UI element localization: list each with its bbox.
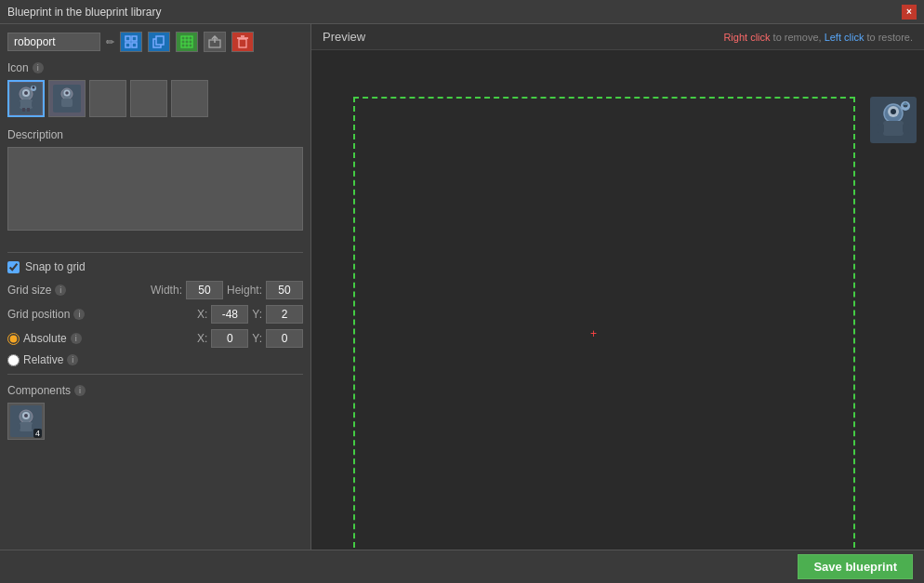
components-label: Components i bbox=[7, 384, 303, 397]
svg-rect-6 bbox=[181, 36, 192, 47]
abs-x-label: X: bbox=[197, 332, 207, 345]
components-section: Components i 4 bbox=[7, 384, 303, 440]
right-click-text: Right click bbox=[723, 32, 770, 43]
snap-to-grid-checkbox[interactable] bbox=[7, 261, 20, 273]
grid-position-label: Grid position i bbox=[7, 308, 85, 321]
icon-slot-5[interactable] bbox=[171, 80, 208, 117]
grid-position-info[interactable]: i bbox=[73, 309, 85, 320]
svg-rect-12 bbox=[239, 39, 246, 47]
blueprint-name-input[interactable] bbox=[7, 33, 100, 51]
select-all-button[interactable] bbox=[120, 32, 142, 52]
description-textarea[interactable] bbox=[7, 147, 303, 231]
svg-point-41 bbox=[891, 109, 896, 114]
svg-rect-42 bbox=[883, 121, 904, 136]
absolute-info[interactable]: i bbox=[71, 333, 82, 344]
pos-x-label: X: bbox=[197, 308, 207, 321]
svg-rect-22 bbox=[22, 108, 25, 112]
icon-slot-4[interactable] bbox=[130, 80, 167, 117]
svg-rect-36 bbox=[17, 424, 20, 430]
left-click-text: Left click bbox=[825, 32, 865, 43]
component-item[interactable]: 4 bbox=[7, 403, 45, 440]
relative-row: Relative i bbox=[7, 353, 303, 366]
close-button[interactable]: × bbox=[902, 5, 917, 20]
preview-entity bbox=[870, 97, 917, 143]
blueprint-bounds bbox=[353, 97, 855, 550]
main-container: ✏ bbox=[0, 24, 924, 550]
grid-size-row: Grid size i Width: Height: bbox=[7, 281, 303, 299]
absolute-radio[interactable] bbox=[7, 333, 20, 345]
preview-roboport-icon bbox=[870, 97, 917, 143]
divider-2 bbox=[7, 374, 303, 375]
relative-radio[interactable] bbox=[7, 354, 20, 366]
preview-canvas[interactable]: + bbox=[311, 50, 924, 550]
svg-point-47 bbox=[904, 103, 905, 105]
svg-rect-21 bbox=[32, 101, 35, 107]
roboport-icon-2 bbox=[53, 85, 81, 113]
grid-button[interactable] bbox=[176, 32, 198, 52]
window-title: Blueprint in the blueprint library bbox=[7, 6, 161, 19]
icon-info[interactable]: i bbox=[33, 62, 44, 73]
red-cursor: + bbox=[590, 327, 598, 335]
svg-rect-43 bbox=[878, 124, 884, 133]
grid-height-input[interactable] bbox=[266, 281, 303, 299]
svg-rect-30 bbox=[61, 99, 73, 107]
icon-slots-row bbox=[7, 80, 303, 117]
right-panel: Preview Right click to remove, Left clic… bbox=[311, 24, 924, 550]
grid-y-input[interactable] bbox=[266, 305, 303, 324]
svg-rect-3 bbox=[132, 43, 137, 47]
export-button[interactable] bbox=[204, 32, 226, 52]
icon-section-label: Icon i bbox=[7, 61, 303, 74]
abs-y-label: Y: bbox=[252, 332, 262, 345]
divider-1 bbox=[7, 252, 303, 253]
svg-rect-0 bbox=[125, 36, 130, 41]
name-row: ✏ bbox=[7, 32, 303, 52]
to-remove-text: to remove, bbox=[771, 32, 825, 43]
title-bar: Blueprint in the blueprint library × bbox=[0, 0, 924, 24]
grid-position-fields: X: Y: bbox=[197, 305, 303, 324]
delete-button[interactable] bbox=[231, 32, 254, 52]
grid-size-fields: Width: Height: bbox=[151, 281, 303, 299]
svg-rect-44 bbox=[903, 124, 909, 133]
edit-icon: ✏ bbox=[106, 36, 114, 48]
preview-hint: Right click to remove, Left click to res… bbox=[723, 32, 913, 43]
icon-slot-1[interactable] bbox=[7, 80, 45, 117]
svg-point-29 bbox=[65, 91, 69, 95]
svg-point-25 bbox=[33, 86, 35, 89]
snap-to-grid-row: Snap to grid bbox=[7, 260, 303, 273]
grid-x-input[interactable] bbox=[211, 305, 248, 324]
description-section-label: Description bbox=[7, 128, 303, 141]
height-label: Height: bbox=[227, 284, 262, 297]
bottom-bar: Save blueprint bbox=[0, 550, 924, 583]
snap-to-grid-label[interactable]: Snap to grid bbox=[25, 260, 86, 273]
components-info[interactable]: i bbox=[74, 385, 86, 396]
absolute-y-input[interactable] bbox=[266, 329, 303, 348]
relative-info[interactable]: i bbox=[67, 354, 78, 365]
absolute-x-input[interactable] bbox=[211, 329, 248, 348]
svg-rect-23 bbox=[27, 108, 30, 112]
pos-y-label: Y: bbox=[252, 308, 262, 321]
svg-point-48 bbox=[905, 103, 907, 105]
svg-point-46 bbox=[904, 103, 908, 108]
component-count: 4 bbox=[33, 429, 42, 438]
svg-rect-19 bbox=[20, 99, 33, 109]
to-restore-text: to restore. bbox=[864, 32, 913, 43]
copy-button[interactable] bbox=[148, 32, 170, 52]
grid-size-info[interactable]: i bbox=[55, 285, 66, 296]
svg-rect-35 bbox=[20, 422, 33, 431]
svg-point-34 bbox=[24, 414, 28, 417]
relative-label[interactable]: Relative i bbox=[23, 353, 78, 366]
grid-position-row: Grid position i X: Y: bbox=[7, 305, 303, 324]
preview-header: Preview Right click to remove, Left clic… bbox=[311, 24, 924, 50]
grid-size-label: Grid size i bbox=[7, 284, 82, 297]
save-blueprint-button[interactable]: Save blueprint bbox=[798, 554, 913, 579]
width-label: Width: bbox=[151, 284, 182, 297]
icon-slot-3[interactable] bbox=[89, 80, 126, 117]
absolute-row: Absolute i X: Y: bbox=[7, 329, 303, 348]
icon-slot-2[interactable] bbox=[48, 80, 86, 117]
svg-rect-2 bbox=[125, 43, 130, 47]
grid-width-input[interactable] bbox=[186, 281, 223, 299]
absolute-label[interactable]: Absolute i bbox=[23, 332, 82, 345]
svg-rect-20 bbox=[17, 101, 20, 107]
left-panel: ✏ bbox=[0, 24, 311, 550]
preview-label: Preview bbox=[323, 30, 365, 44]
